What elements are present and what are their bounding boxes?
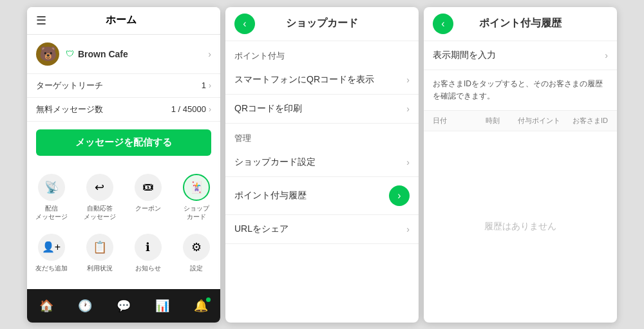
display-period-row[interactable]: 表示期間を入力 › — [424, 41, 617, 70]
shop-card-screen: ‹ ショップカード ポイント付与 スマートフォンにQRコードを表示 › QRコー… — [225, 7, 419, 323]
auto-reply-label: 自動応答メッセージ — [84, 204, 116, 221]
chart-nav-icon: 📊 — [155, 299, 169, 313]
point-history-chevron-icon[interactable]: › — [389, 185, 410, 206]
send-message-button[interactable]: メッセージを配信する — [36, 129, 211, 156]
shop-card-settings-chevron-icon: › — [406, 157, 410, 167]
coupon-icon-cell[interactable]: 🎟 クーポン — [124, 167, 172, 227]
url-share-chevron-icon: › — [406, 224, 410, 234]
bear-icon: 🐻 — [39, 46, 57, 62]
qr-print-menu-item[interactable]: QRコードを印刷 › — [225, 95, 419, 124]
display-period-text: 表示期間を入力 — [433, 50, 496, 61]
qr-print-text: QRコードを印刷 — [234, 103, 302, 115]
auto-reply-icon-cell[interactable]: ↩ 自動応答メッセージ — [75, 167, 124, 227]
profile-info: 🛡 Brown Cafe — [66, 49, 208, 59]
nav-chart[interactable]: 📊 — [155, 299, 169, 313]
nav-home[interactable]: 🏠 — [39, 299, 53, 313]
settings-icon: ⚙ — [183, 234, 210, 261]
usage-label: 利用状況 — [87, 264, 113, 272]
history-description: お客さまIDをタップすると、そのお客さまの履歴を確認できます。 — [424, 70, 617, 111]
clock-nav-icon: 🕐 — [78, 299, 92, 313]
display-period-chevron-icon: › — [605, 50, 608, 61]
section-label-manage: 管理 — [225, 124, 419, 148]
target-reach-chevron-icon: › — [209, 81, 211, 90]
history-empty-text: 履歴はありません — [484, 221, 556, 232]
icon-grid: 📡 配信メッセージ ↩ 自動応答メッセージ 🎟 ク — [27, 164, 220, 283]
qr-display-text: スマートフォンにQRコードを表示 — [234, 74, 374, 86]
back-button[interactable]: ‹ — [234, 14, 255, 34]
usage-icon-cell[interactable]: 📋 利用状況 — [75, 227, 124, 279]
target-reach-value: 1 › — [202, 80, 211, 90]
add-friend-icon-cell[interactable]: 👤+ 友だち追加 — [27, 227, 75, 279]
nav-chat[interactable]: 💬 — [117, 299, 131, 313]
broadcast-icon: 📡 — [38, 174, 65, 201]
free-message-value: 1 / 45000 › — [171, 104, 211, 114]
qr-display-menu-item[interactable]: スマートフォンにQRコードを表示 › — [225, 66, 419, 95]
target-reach-label: ターゲットリーチ — [36, 80, 103, 91]
point-history-back-button[interactable]: ‹ — [433, 14, 453, 34]
bottom-nav: 🏠 🕐 💬 📊 🔔 — [27, 289, 220, 323]
url-share-menu-item[interactable]: URLをシェア › — [225, 215, 419, 244]
profile-chevron-icon: › — [208, 49, 211, 59]
shop-card-icon-cell[interactable]: 🃏 ショップカード — [172, 167, 220, 227]
url-share-text: URLをシェア — [234, 223, 289, 235]
menu-icon[interactable]: ☰ — [36, 14, 46, 28]
free-message-label: 無料メッセージ数 — [36, 104, 103, 115]
back-chevron-icon: ‹ — [243, 18, 246, 30]
shop-card-icon: 🃏 — [183, 174, 210, 201]
qr-print-chevron-icon: › — [406, 104, 410, 114]
shop-card-settings-text: ショップカード設定 — [234, 156, 316, 168]
broadcast-label: 配信メッセージ — [35, 204, 68, 221]
usage-icon: 📋 — [86, 234, 113, 261]
notice-icon-cell[interactable]: ℹ お知らせ — [124, 227, 172, 279]
shop-card-label: ショップカード — [184, 204, 209, 221]
point-history-back-chevron-icon: ‹ — [441, 18, 444, 30]
broadcast-icon-cell[interactable]: 📡 配信メッセージ — [27, 167, 75, 227]
shop-card-title: ショップカード — [255, 17, 389, 30]
history-empty-state: 履歴はありません — [424, 131, 617, 323]
settings-icon-cell[interactable]: ⚙ 設定 — [172, 227, 220, 279]
home-header: ☰ ホーム — [27, 7, 220, 35]
qr-display-chevron-icon: › — [406, 75, 410, 85]
home-title: ホーム — [46, 14, 196, 27]
coupon-icon: 🎟 — [135, 174, 162, 201]
notice-label: お知らせ — [135, 264, 161, 272]
point-history-menu-item[interactable]: ポイント付与履歴 › — [225, 177, 419, 215]
point-history-text: ポイント付与履歴 — [234, 190, 307, 202]
history-table-header: 日付 時刻 付与ポイント お客さまID — [424, 111, 617, 131]
th-date: 日付 — [433, 116, 469, 126]
th-time: 時刻 — [469, 116, 516, 126]
coupon-label: クーポン — [135, 204, 161, 212]
nav-clock[interactable]: 🕐 — [78, 299, 92, 313]
th-points: 付与ポイント — [516, 116, 562, 126]
settings-label: 設定 — [190, 264, 203, 272]
profile-row[interactable]: 🐻 🛡 Brown Cafe › — [27, 35, 220, 74]
home-nav-icon: 🏠 — [39, 299, 53, 313]
shop-card-settings-menu-item[interactable]: ショップカード設定 › — [225, 148, 419, 177]
add-friend-label: 友だち追加 — [35, 264, 68, 272]
shield-icon: 🛡 — [66, 49, 74, 59]
profile-name: Brown Cafe — [78, 49, 128, 59]
point-history-screen: ‹ ポイント付与履歴 表示期間を入力 › お客さまIDをタップすると、そのお客さ… — [424, 7, 617, 323]
avatar: 🐻 — [36, 42, 59, 66]
home-screen: ☰ ホーム 🐻 🛡 Brown Cafe — [27, 7, 220, 323]
nav-bell[interactable]: 🔔 — [194, 299, 208, 313]
free-message-chevron-icon: › — [209, 105, 211, 114]
add-friend-icon: 👤+ — [38, 234, 65, 261]
point-history-header: ‹ ポイント付与履歴 — [424, 7, 617, 41]
free-message-row[interactable]: 無料メッセージ数 1 / 45000 › — [27, 98, 220, 122]
notification-dot — [206, 297, 211, 302]
target-reach-row[interactable]: ターゲットリーチ 1 › — [27, 74, 220, 98]
notice-icon: ℹ — [135, 234, 162, 261]
chat-nav-icon: 💬 — [117, 299, 131, 313]
shop-card-header: ‹ ショップカード — [225, 7, 419, 41]
auto-reply-icon: ↩ — [86, 174, 113, 201]
th-customer-id: お客さまID — [562, 116, 608, 126]
point-history-title: ポイント付与履歴 — [453, 17, 587, 30]
section-label-point: ポイント付与 — [225, 41, 419, 66]
